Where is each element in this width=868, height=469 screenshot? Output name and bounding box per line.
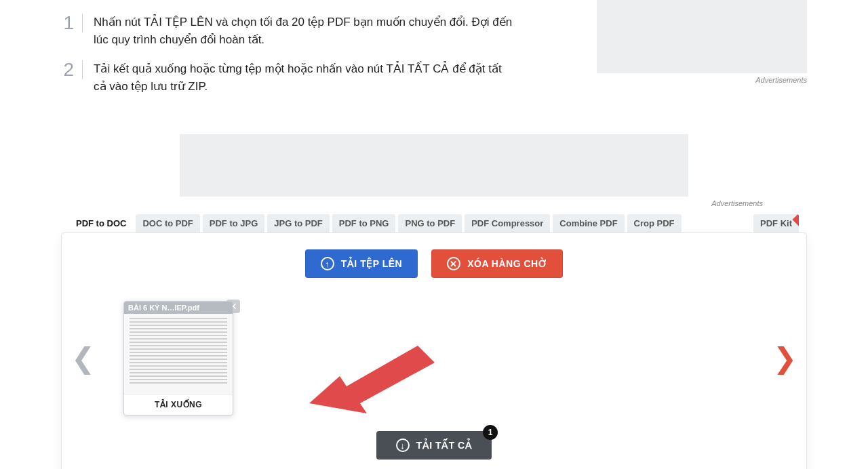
clear-label: XÓA HÀNG CHỜ — [467, 258, 547, 269]
tab-doc-to-pdf[interactable]: DOC to PDF — [136, 214, 199, 232]
tab-pdf-to-jpg[interactable]: PDF to JPG — [203, 214, 265, 232]
prev-arrow-icon[interactable]: ❮ — [67, 342, 99, 375]
step-text: Tải kết quả xuống hoặc từng tệp một hoặc… — [94, 60, 514, 95]
download-all-button[interactable]: ↓ TẢI TẤT CẢ 1 — [376, 431, 492, 460]
tab-pdf-compressor[interactable]: PDF Compressor — [465, 214, 550, 232]
file-card-wrap: ✕ BÀI 6 KỲ N…IEP.pdf TẢI XUỐNG — [111, 301, 233, 415]
tab-pdf-kit[interactable]: PDF Kit — [753, 214, 799, 232]
download-file-button[interactable]: TẢI XUỐNG — [124, 394, 233, 415]
tab-png-to-pdf[interactable]: PNG to PDF — [398, 214, 462, 232]
converter-panel: ↑ TẢI TỆP LÊN ✕ XÓA HÀNG CHỜ ❮ ✕ BÀI 6 K… — [61, 232, 807, 469]
upload-button[interactable]: ↑ TẢI TỆP LÊN — [305, 249, 418, 278]
step-number: 1 — [61, 14, 83, 33]
tool-tabs: PDF to DOC DOC to PDF PDF to JPG JPG to … — [61, 214, 807, 232]
file-card[interactable]: BÀI 6 KỲ N…IEP.pdf TẢI XUỐNG — [123, 301, 233, 415]
step-number: 2 — [61, 60, 83, 79]
action-buttons: ↑ TẢI TỆP LÊN ✕ XÓA HÀNG CHỜ — [62, 249, 806, 278]
clear-queue-button[interactable]: ✕ XÓA HÀNG CHỜ — [431, 249, 563, 278]
ad-banner — [180, 134, 688, 197]
file-carousel: ❮ ✕ BÀI 6 KỲ N…IEP.pdf TẢI XUỐNG ❯ — [62, 297, 806, 419]
upload-label: TẢI TỆP LÊN — [341, 258, 402, 269]
ad-banner-label: Advertisements — [105, 199, 763, 207]
tab-pdf-to-doc[interactable]: PDF to DOC — [69, 214, 133, 232]
tab-jpg-to-pdf[interactable]: JPG to PDF — [267, 214, 330, 232]
download-all-label: TẢI TẤT CẢ — [416, 440, 472, 451]
ad-sidebar-label: Advertisements — [755, 76, 807, 84]
tab-pdf-to-png[interactable]: PDF to PNG — [332, 214, 396, 232]
download-icon: ↓ — [396, 439, 410, 452]
file-preview — [124, 314, 233, 394]
clear-icon: ✕ — [447, 257, 460, 270]
svg-marker-0 — [309, 346, 435, 413]
ad-sidebar — [597, 0, 807, 73]
annotation-arrow-icon — [302, 339, 438, 420]
download-count-badge: 1 — [483, 425, 498, 440]
tab-crop-pdf[interactable]: Crop PDF — [627, 214, 682, 232]
file-name: BÀI 6 KỲ N…IEP.pdf — [124, 302, 233, 314]
next-arrow-icon[interactable]: ❯ — [769, 342, 801, 375]
upload-icon: ↑ — [321, 257, 334, 270]
step-text: Nhấn nút TẢI TỆP LÊN và chọn tối đa 20 t… — [94, 14, 514, 48]
tab-combine-pdf[interactable]: Combine PDF — [553, 214, 624, 232]
